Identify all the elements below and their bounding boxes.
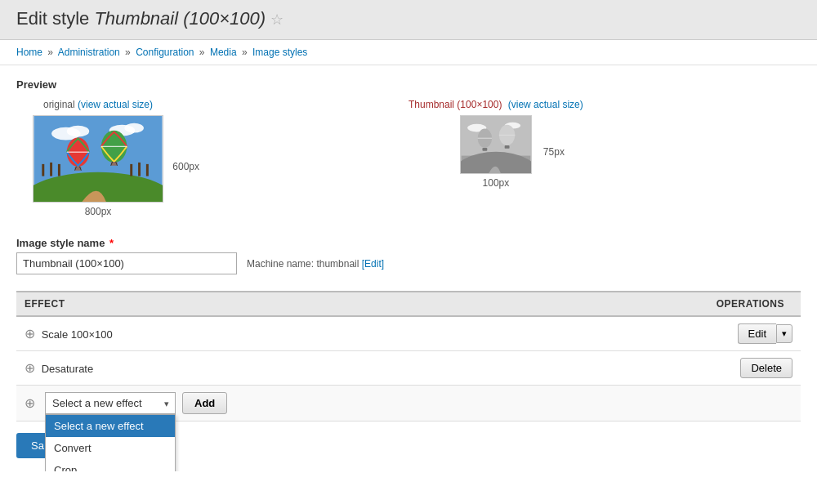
image-style-name-section: Image style name * Machine name: thumbna…: [16, 237, 801, 274]
effects-table: EFFECT OPERATIONS ⊕ Scale 100×100 Edit ▾: [16, 291, 801, 421]
image-style-name-row: Machine name: thumbnail [Edit]: [16, 252, 801, 274]
svg-rect-23: [461, 116, 531, 156]
add-effect-button[interactable]: Add: [182, 392, 227, 414]
svg-point-2: [67, 126, 89, 137]
original-image: [33, 115, 163, 203]
table-row: ⊕ Desaturate Delete: [16, 351, 801, 386]
breadcrumb-sep-3: »: [199, 47, 205, 58]
breadcrumb-sep-2: »: [125, 47, 131, 58]
drag-handle-select: ⊕: [25, 395, 35, 411]
svg-rect-29: [482, 148, 487, 151]
select-effect-row: ⊕ Select a new effect Convert Crop ▾ Sel…: [16, 386, 801, 421]
breadcrumb-image-styles[interactable]: Image styles: [252, 47, 307, 58]
required-marker: *: [109, 237, 114, 249]
operations-col-header: OPERATIONS: [432, 292, 801, 316]
breadcrumb-home[interactable]: Home: [16, 47, 42, 58]
original-image-wrapper: 600px 800px: [33, 115, 163, 217]
thumbnail-width-label: 100px: [460, 177, 532, 189]
dropdown-item-select-new[interactable]: Select a new effect: [46, 415, 175, 437]
svg-rect-11: [146, 164, 149, 176]
original-width-label: 800px: [33, 206, 163, 217]
dropdown-item-convert[interactable]: Convert: [46, 437, 175, 459]
svg-rect-6: [42, 164, 44, 176]
favorite-star-icon[interactable]: ☆: [270, 11, 283, 28]
machine-name-text: Machine name: thumbnail [Edit]: [247, 258, 384, 270]
breadcrumb-media[interactable]: Media: [210, 47, 237, 58]
effect-dropdown-overlay: Select a new effect Convert Crop: [45, 414, 176, 471]
original-height-label: 600px: [172, 161, 199, 172]
page-title-prefix: Edit style: [16, 8, 89, 29]
preview-area: original (view actual size): [33, 99, 801, 217]
thumbnail-view-link[interactable]: (view actual size): [508, 99, 583, 110]
thumbnail-height-label: 75px: [543, 146, 565, 158]
breadcrumb-sep-4: »: [242, 47, 248, 58]
preview-label: Preview: [16, 78, 801, 91]
select-add-group: ⊕ Select a new effect Convert Crop ▾ Sel…: [25, 392, 792, 414]
edit-dropdown-arrow[interactable]: ▾: [776, 324, 792, 343]
page-title-name: Thumbnail (100×100): [94, 8, 266, 29]
thumbnail-caption-text: Thumbnail (100×100): [408, 99, 502, 110]
effect-cell-desaturate: ⊕ Desaturate: [16, 351, 432, 386]
page-title: Edit style Thumbnail (100×100) ☆: [16, 8, 801, 29]
effect-name-scale: Scale 100×100: [42, 328, 113, 341]
main-content: Preview original (view actual size): [0, 65, 817, 471]
svg-rect-32: [505, 145, 510, 149]
effects-table-header: EFFECT OPERATIONS: [16, 292, 801, 316]
svg-rect-8: [58, 164, 60, 176]
original-view-link[interactable]: (view actual size): [78, 99, 153, 110]
original-caption-text: original: [43, 99, 75, 110]
dropdown-item-crop[interactable]: Crop: [46, 459, 175, 471]
breadcrumb-configuration[interactable]: Configuration: [136, 47, 194, 58]
image-style-name-input[interactable]: [16, 252, 237, 274]
effect-name-desaturate: Desaturate: [42, 363, 94, 375]
svg-rect-7: [50, 163, 52, 176]
ops-cell-scale: Edit ▾: [432, 316, 801, 351]
page-header: Edit style Thumbnail (100×100) ☆: [0, 0, 817, 40]
preview-thumbnail: Thumbnail (100×100) (view actual size): [408, 99, 583, 189]
delete-button-desaturate[interactable]: Delete: [740, 358, 792, 378]
effect-cell-scale: ⊕ Scale 100×100: [16, 316, 432, 351]
breadcrumb-administration[interactable]: Administration: [58, 47, 120, 58]
ops-cell-desaturate: Delete: [432, 351, 801, 386]
thumbnail-caption: Thumbnail (100×100) (view actual size): [408, 99, 583, 110]
select-effect-cell: ⊕ Select a new effect Convert Crop ▾ Sel…: [16, 386, 801, 421]
effect-col-header: EFFECT: [16, 292, 432, 316]
thumbnail-image: [460, 115, 532, 174]
svg-rect-9: [130, 164, 132, 176]
svg-rect-10: [138, 163, 141, 176]
original-caption: original (view actual size): [43, 99, 153, 110]
effect-select-wrapper: Select a new effect Convert Crop ▾ Selec…: [45, 392, 176, 414]
table-row: ⊕ Scale 100×100 Edit ▾: [16, 316, 801, 351]
effect-select[interactable]: Select a new effect Convert Crop: [45, 392, 176, 414]
drag-handle-scale[interactable]: ⊕: [25, 327, 35, 341]
edit-split-button: Edit ▾: [738, 323, 792, 344]
machine-name-edit-link[interactable]: [Edit]: [362, 258, 384, 270]
drag-handle-desaturate[interactable]: ⊕: [25, 361, 35, 375]
thumbnail-image-wrapper: 75px 100px: [460, 115, 532, 189]
breadcrumb-sep-1: »: [47, 47, 53, 58]
breadcrumb: Home » Administration » Configuration » …: [0, 40, 817, 65]
preview-section: Preview original (view actual size): [16, 78, 801, 217]
preview-original: original (view actual size): [33, 99, 163, 217]
svg-point-4: [124, 123, 144, 133]
image-style-name-label: Image style name *: [16, 237, 801, 249]
edit-button[interactable]: Edit: [738, 323, 776, 344]
